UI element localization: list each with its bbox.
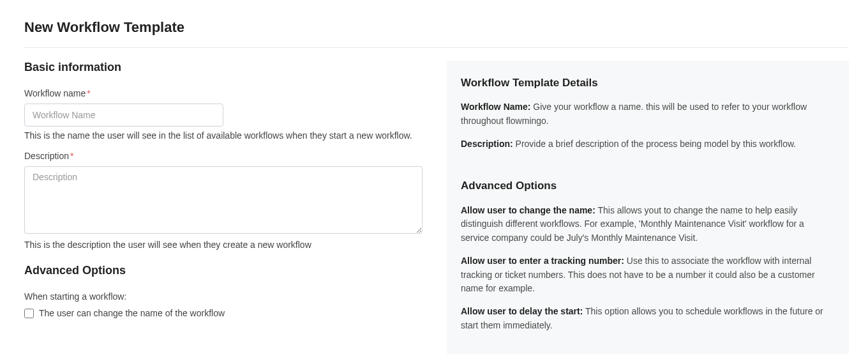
advanced-options-subheading: When starting a workflow: [24,291,423,302]
details-opt-tracking-bold: Allow user to enter a tracking number: [461,256,624,266]
basic-info-heading: Basic information [24,61,423,74]
workflow-name-label: Workflow name* [24,88,423,98]
description-textarea[interactable] [24,166,423,234]
details-opt-change-name-bold: Allow user to change the name: [461,205,595,215]
required-star: * [70,151,73,161]
details-panel: Workflow Template Details Workflow Name:… [447,61,849,354]
details-opt-delay: Allow user to delay the start: This opti… [461,305,835,332]
required-star: * [87,88,90,98]
description-help: This is the description the user will se… [24,240,423,250]
form-column: Basic information Workflow name* This is… [24,61,423,325]
details-description-bold: Description: [461,139,513,149]
details-workflow-name: Workflow Name: Give your workflow a name… [461,100,835,128]
details-description: Description: Provide a brief description… [461,137,835,151]
page-title: New Workflow Template [24,19,849,36]
change-name-checkbox[interactable] [24,309,34,318]
details-opt-tracking: Allow user to enter a tracking number: U… [461,254,835,296]
change-name-checkbox-label[interactable]: The user can change the name of the work… [39,308,225,318]
description-label-text: Description [24,151,69,161]
divider [24,47,849,48]
description-label: Description* [24,151,423,161]
details-description-text: Provide a brief description of the proce… [513,139,797,149]
details-workflow-name-bold: Workflow Name: [461,102,530,112]
details-heading-advanced: Advanced Options [461,178,835,194]
workflow-name-input[interactable] [24,104,223,127]
details-heading-template: Workflow Template Details [461,75,835,91]
workflow-name-label-text: Workflow name [24,88,86,98]
details-opt-delay-bold: Allow user to delay the start: [461,306,583,316]
advanced-options-heading: Advanced Options [24,264,423,277]
details-opt-change-name: Allow user to change the name: This allo… [461,204,835,245]
workflow-name-help: This is the name the user will see in th… [24,130,423,141]
